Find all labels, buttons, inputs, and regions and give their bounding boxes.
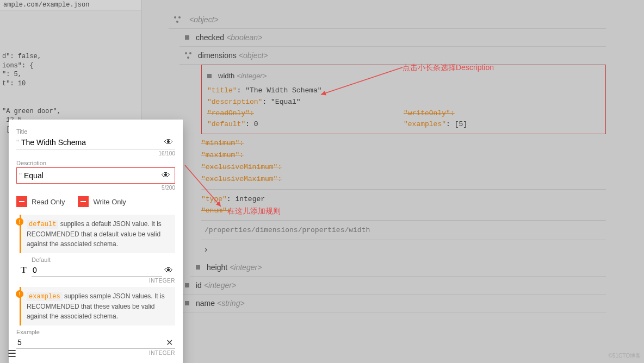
examples-help: ! examples supplies sample JSON values. … [20, 287, 175, 326]
quote-glyph: " [19, 171, 23, 180]
tree-root-object[interactable]: <object> [169, 11, 606, 29]
prop-type: <integer> [237, 72, 267, 80]
example-input[interactable] [16, 336, 164, 348]
default-help: ! default supplies a default JSON value.… [20, 215, 175, 253]
leaf-icon [185, 301, 189, 305]
description-label: Description [16, 160, 175, 166]
prop-type: <boolean> [226, 33, 262, 42]
annotation-desc-hint: 点击小长条选择Description [403, 63, 494, 73]
writeonly-toggle[interactable]: Write Only [78, 196, 126, 207]
toggle-off-icon [78, 196, 89, 207]
quote-glyph: " [16, 138, 20, 147]
default-keyword: default [27, 220, 58, 229]
kv-desc-val: "Equal" [271, 98, 301, 106]
kv-min: "minimum": [201, 137, 606, 149]
kv-examples-val: [5] [455, 120, 467, 128]
kv-exmax: "exclusiveMaximum": [201, 173, 606, 185]
examples-keyword: examples [27, 292, 63, 301]
schema-tree: <object> checked <boolean> dimensions <o… [141, 0, 644, 363]
type-glyph-icon: T [21, 265, 32, 275]
title-counter: 16/100 [16, 151, 175, 157]
kv-max: "maximum": [201, 149, 606, 161]
kv-writeonly: "writeOnly": [404, 108, 600, 120]
info-icon: ! [16, 218, 23, 226]
kv-type-val: integer [235, 195, 265, 203]
json-pointer-path: /properties/dimensions/properties/width [201, 220, 606, 240]
prop-type: <string> [217, 299, 245, 308]
tree-item-dimensions[interactable]: dimensions <object> [179, 47, 606, 65]
tree-item-height[interactable]: height <integer> [190, 259, 606, 277]
object-icon [174, 16, 181, 23]
collapse-caret[interactable]: › [201, 240, 606, 259]
leaf-icon [196, 265, 200, 270]
prop-name: dimensions [198, 51, 237, 60]
kv-default-val: 0 [254, 120, 258, 128]
tree-item-width-detail[interactable]: width <integer> "title": "The Width Sche… [201, 65, 606, 134]
type-hint: INTEGER [16, 350, 175, 356]
kv-default-key: "default" [207, 120, 245, 128]
prop-name: checked [196, 33, 224, 42]
prop-type: <object> [239, 51, 268, 60]
visibility-toggle-icon[interactable]: 👁 [162, 266, 175, 276]
root-type: <object> [189, 15, 219, 24]
prop-name: id [196, 281, 202, 290]
clear-icon[interactable]: ✕ [164, 337, 175, 348]
kv-examples-key: "examples" [404, 120, 446, 128]
readonly-label: Read Only [32, 198, 65, 206]
tree-item-name[interactable]: name <string> [179, 295, 606, 312]
kv-readonly: "readOnly": [207, 108, 404, 120]
kv-title-val: "The Width Schema" [245, 86, 321, 95]
leaf-icon [185, 283, 189, 287]
example-label: Example [16, 329, 175, 335]
object-icon [185, 52, 191, 59]
prop-name: name [196, 299, 215, 308]
visibility-toggle-icon[interactable]: 👁 [162, 137, 175, 147]
kv-exmin: "exclusiveMinimum": [201, 161, 606, 173]
title-label: Title [16, 128, 175, 135]
json-source-snippet: d": false, ions": { ": 5, t": 10 "A gree… [0, 10, 141, 136]
tree-item-checked[interactable]: checked <boolean> [179, 29, 606, 47]
prop-type: <integer> [230, 263, 262, 272]
property-editor-card: Title " 👁 16/100 Description " 👁 5/200 R… [9, 120, 183, 363]
description-input[interactable] [23, 169, 159, 182]
menu-icon[interactable]: ☰ [8, 348, 16, 360]
leaf-icon [185, 35, 189, 40]
writeonly-label: Write Only [93, 198, 126, 206]
source-url: ample.com/example.json [0, 0, 141, 10]
kv-type-key: "type" [201, 195, 227, 203]
prop-name: height [207, 263, 227, 272]
toggle-off-icon [16, 196, 27, 207]
visibility-toggle-icon[interactable]: 👁 [159, 171, 172, 180]
tree-item-id[interactable]: id <integer> [179, 277, 606, 295]
watermark: ©51CTO博客 [609, 352, 641, 360]
kv-desc-key: "description" [207, 98, 262, 106]
default-label: Default [32, 256, 175, 263]
prop-name: width [218, 72, 234, 80]
info-icon: ! [16, 290, 23, 298]
title-input[interactable] [20, 136, 162, 149]
annotation-rule-hint: 在这儿添加规则 [227, 206, 281, 216]
leaf-icon [207, 74, 212, 78]
type-hint: INTEGER [32, 278, 175, 284]
kv-title-key: "title" [207, 86, 237, 95]
default-input[interactable] [32, 264, 162, 277]
prop-type: <integer> [204, 281, 236, 290]
description-counter: 5/200 [16, 185, 175, 191]
constraint-list: "minimum": "maximum": "exclusiveMinimum"… [201, 134, 606, 189]
readonly-toggle[interactable]: Read Only [16, 196, 65, 207]
